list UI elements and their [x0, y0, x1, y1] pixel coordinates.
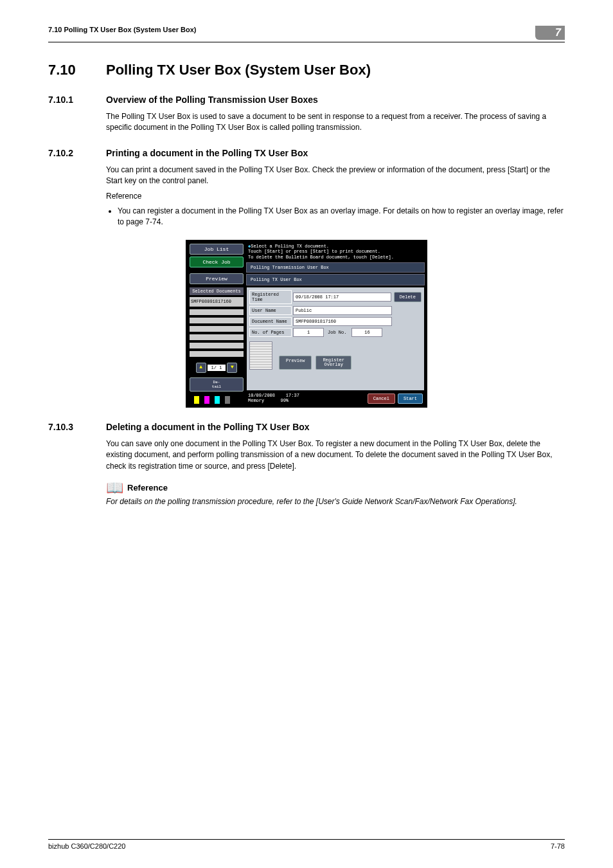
paragraph: You can save only one document in the Po… — [106, 439, 565, 472]
breadcrumb-1: Polling Transmission User Box — [246, 262, 425, 273]
paragraph: The Polling TX User Box is used to save … — [106, 111, 565, 134]
list-row — [190, 343, 244, 348]
page-down-icon[interactable]: ▼ — [227, 363, 237, 373]
document-thumbnail — [249, 341, 272, 370]
section-7-10-3-heading: 7.10.3 Deleting a document in the Pollin… — [48, 422, 565, 432]
document-name-value: SMFP08091817160 — [293, 317, 392, 326]
section-7-10-1-heading: 7.10.1 Overview of the Polling Transmiss… — [48, 95, 565, 105]
subsection-title-text: Printing a document in the Polling TX Us… — [106, 148, 308, 158]
selected-documents-header: Selected Documents — [190, 287, 244, 295]
status-datetime: 10/09/2008 17:37 Memory 99% — [248, 393, 299, 403]
list-row — [190, 334, 244, 340]
registered-time-value: 09/18/2008 17:17 — [293, 293, 391, 302]
footer-model: bizhub C360/C280/C220 — [48, 842, 125, 850]
user-name-label: User Name — [249, 306, 292, 315]
section-7-10-2-heading: 7.10.2 Printing a document in the Pollin… — [48, 148, 565, 158]
page-footer: bizhub C360/C280/C220 7-78 — [48, 839, 565, 850]
touch-panel-screenshot: Job List Check Job Preview Selected Docu… — [48, 240, 565, 408]
reference-label: Reference — [106, 191, 565, 202]
list-row — [190, 309, 244, 315]
start-button[interactable]: Start — [398, 393, 423, 404]
pages-label: No. of Pages — [249, 328, 292, 337]
bullet-list: You can register a document in the Polli… — [106, 206, 565, 228]
breadcrumb-2: Polling TX User Box — [246, 274, 425, 285]
section-number: 7.10 — [48, 62, 106, 78]
toner-indicator: Y M C K — [190, 396, 240, 404]
paragraph: You can print a document saved in the Po… — [106, 165, 565, 187]
job-no-label: Job No. — [324, 329, 350, 336]
chapter-tab: 7 — [535, 26, 565, 40]
registered-time-label: Registered Time — [249, 290, 292, 304]
bullet-item: You can register a document in the Polli… — [118, 206, 565, 228]
delete-button[interactable]: Delete — [394, 292, 422, 302]
reference-heading: 📖 Reference — [106, 480, 565, 496]
header-left: 7.10 Polling TX User Box (System User Bo… — [48, 26, 196, 33]
preview-button[interactable]: Preview — [190, 273, 244, 284]
detail-button[interactable]: De- tail — [190, 377, 244, 392]
list-row — [190, 318, 244, 323]
guidance-message: ◆Select a Polling TX document. Touch [St… — [245, 242, 425, 262]
cancel-button[interactable]: Cancel — [368, 393, 395, 404]
document-name-label: Document Name — [249, 317, 292, 326]
preview-action-button[interactable]: Preview — [279, 356, 312, 370]
register-overlay-button[interactable]: Register Overlay — [315, 356, 351, 370]
running-header: 7.10 Polling TX User Box (System User Bo… — [48, 26, 565, 42]
section-title-text: Polling TX User Box (System User Box) — [106, 62, 371, 78]
page-up-icon[interactable]: ▲ — [196, 363, 206, 373]
reference-icon: 📖 — [106, 480, 123, 496]
job-list-button[interactable]: Job List — [190, 244, 244, 255]
subsection-number: 7.10.3 — [48, 422, 106, 432]
list-row — [190, 351, 244, 357]
selected-document-row[interactable]: SMFP08091817160 — [190, 297, 244, 307]
footer-page-number: 7-78 — [551, 842, 565, 850]
subsection-title-text: Deleting a document in the Polling TX Us… — [106, 422, 310, 432]
reference-paragraph: For details on the polling transmission … — [106, 496, 565, 507]
check-job-button[interactable]: Check Job — [190, 257, 244, 267]
subsection-number: 7.10.2 — [48, 148, 106, 158]
page-indicator: 1/ 1 — [208, 365, 226, 371]
subsection-title-text: Overview of the Polling Transmission Use… — [106, 95, 318, 105]
subsection-number: 7.10.1 — [48, 95, 106, 105]
user-name-value: Public — [293, 306, 392, 315]
pages-value: 1 — [293, 328, 324, 337]
job-no-value: 16 — [351, 328, 382, 337]
section-7-10-heading: 7.10 Polling TX User Box (System User Bo… — [48, 62, 565, 78]
reference-label: Reference — [127, 483, 168, 493]
list-row — [190, 326, 244, 332]
